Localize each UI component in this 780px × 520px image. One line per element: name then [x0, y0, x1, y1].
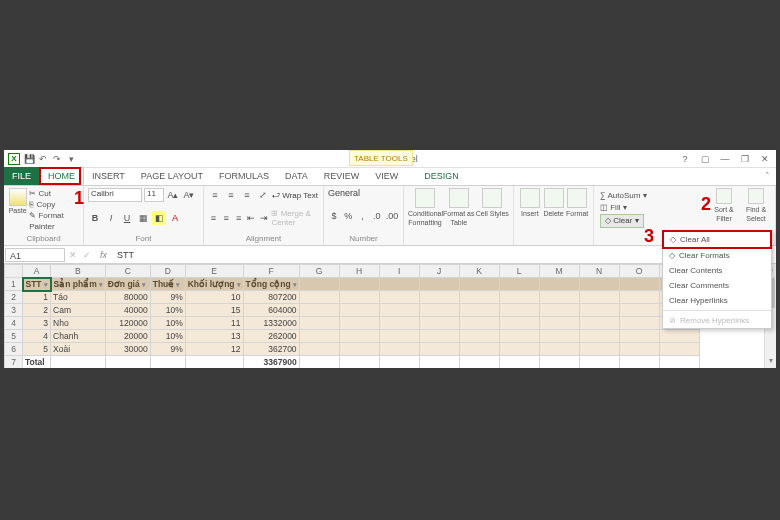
cell[interactable] — [619, 304, 659, 317]
comma-icon[interactable]: , — [357, 209, 369, 223]
menu-clear-contents[interactable]: Clear Contents — [663, 263, 771, 278]
tab-data[interactable]: DATA — [277, 167, 316, 185]
cell[interactable] — [459, 317, 499, 330]
cell[interactable] — [379, 304, 419, 317]
col-header[interactable]: D — [150, 265, 185, 278]
row-header[interactable]: 2 — [5, 291, 23, 304]
cell[interactable]: 262000 — [243, 330, 299, 343]
align-mid-icon[interactable]: ≡ — [224, 188, 238, 202]
col-header[interactable]: A — [23, 265, 51, 278]
cell[interactable]: 9% — [150, 343, 185, 356]
cell[interactable]: 5 — [23, 343, 51, 356]
cell[interactable] — [339, 291, 379, 304]
cell[interactable] — [299, 343, 339, 356]
cell[interactable] — [185, 356, 243, 369]
cell[interactable] — [459, 304, 499, 317]
cell[interactable]: 20000 — [105, 330, 150, 343]
cell[interactable] — [299, 291, 339, 304]
currency-icon[interactable]: $ — [328, 209, 340, 223]
close-button[interactable]: ✕ — [756, 152, 774, 166]
cell[interactable]: 10 — [185, 291, 243, 304]
scroll-down-icon[interactable]: ▾ — [765, 356, 776, 368]
cell[interactable]: 80000 — [105, 291, 150, 304]
percent-icon[interactable]: % — [342, 209, 354, 223]
col-header[interactable]: J — [419, 265, 459, 278]
cell[interactable]: Nho — [51, 317, 106, 330]
collapse-ribbon-icon[interactable]: ˄ — [765, 171, 770, 181]
cell[interactable] — [459, 291, 499, 304]
cell[interactable] — [659, 343, 699, 356]
cell[interactable] — [539, 304, 579, 317]
clear-button[interactable]: ◇ Clear ▾ — [600, 214, 644, 228]
cell[interactable] — [659, 330, 699, 343]
cell[interactable] — [339, 304, 379, 317]
cancel-icon[interactable]: ✕ — [66, 250, 80, 260]
col-header[interactable]: B — [51, 265, 106, 278]
inc-decimal-icon[interactable]: .0 — [371, 209, 383, 223]
cell[interactable] — [499, 278, 539, 291]
cell[interactable] — [51, 356, 106, 369]
cell[interactable] — [579, 356, 619, 369]
table-header-cell[interactable]: Khối lượng▾ — [185, 278, 243, 291]
cell[interactable] — [579, 343, 619, 356]
tab-view[interactable]: VIEW — [367, 167, 406, 185]
cell[interactable] — [499, 317, 539, 330]
col-header[interactable]: I — [379, 265, 419, 278]
cell[interactable] — [419, 304, 459, 317]
cell[interactable] — [579, 278, 619, 291]
cell[interactable] — [339, 317, 379, 330]
tab-formulas[interactable]: FORMULAS — [211, 167, 277, 185]
bold-button[interactable]: B — [88, 211, 102, 225]
customize-qat-icon[interactable]: ▾ — [66, 154, 76, 164]
cell[interactable] — [539, 278, 579, 291]
help-icon[interactable]: ? — [676, 152, 694, 166]
grow-font-icon[interactable]: A▴ — [166, 188, 180, 202]
row-header[interactable]: 6 — [5, 343, 23, 356]
indent-inc-icon[interactable]: ⇥ — [259, 211, 270, 225]
cell[interactable] — [459, 278, 499, 291]
cell[interactable]: 362700 — [243, 343, 299, 356]
align-top-icon[interactable]: ≡ — [208, 188, 222, 202]
format-painter-button[interactable]: ✎ Format Painter — [29, 210, 79, 232]
copy-button[interactable]: ⎘ Copy — [29, 199, 79, 210]
tab-insert[interactable]: INSERT — [84, 167, 133, 185]
cell[interactable] — [619, 330, 659, 343]
underline-button[interactable]: U — [120, 211, 134, 225]
select-all-cell[interactable] — [5, 265, 23, 278]
col-header[interactable]: H — [339, 265, 379, 278]
fx-icon[interactable]: fx — [94, 250, 113, 260]
col-header[interactable]: L — [499, 265, 539, 278]
dec-decimal-icon[interactable]: .00 — [385, 209, 399, 223]
col-header[interactable]: G — [299, 265, 339, 278]
cell[interactable]: 1 — [23, 291, 51, 304]
conditional-formatting-button[interactable]: Conditional Formatting — [408, 188, 442, 243]
cell[interactable] — [339, 278, 379, 291]
cell[interactable] — [499, 291, 539, 304]
indent-dec-icon[interactable]: ⇤ — [246, 211, 257, 225]
cell[interactable]: 9% — [150, 291, 185, 304]
merge-center-button[interactable]: ⊞ Merge & Center — [271, 209, 319, 227]
align-right-icon[interactable]: ≡ — [233, 211, 244, 225]
cell[interactable] — [619, 356, 659, 369]
cell[interactable] — [150, 356, 185, 369]
cell[interactable] — [579, 330, 619, 343]
format-cells-button[interactable]: Format — [565, 188, 589, 243]
cell[interactable]: 3 — [23, 317, 51, 330]
cell[interactable] — [579, 317, 619, 330]
format-as-table-button[interactable]: Format as Table — [442, 188, 476, 243]
delete-cells-button[interactable]: Delete — [542, 188, 566, 243]
cell[interactable]: 2 — [23, 304, 51, 317]
align-center-icon[interactable]: ≡ — [221, 211, 232, 225]
cell[interactable]: Total — [23, 356, 51, 369]
cell[interactable] — [379, 317, 419, 330]
cell[interactable]: 604000 — [243, 304, 299, 317]
find-select-button[interactable]: Find & Select — [741, 188, 771, 223]
cell[interactable] — [579, 291, 619, 304]
row-header[interactable]: 3 — [5, 304, 23, 317]
cell[interactable] — [539, 330, 579, 343]
cell[interactable] — [619, 343, 659, 356]
cut-button[interactable]: ✂ Cut — [29, 188, 79, 199]
font-color-button[interactable]: A — [168, 211, 182, 225]
col-header[interactable]: C — [105, 265, 150, 278]
enter-icon[interactable]: ✓ — [80, 250, 94, 260]
